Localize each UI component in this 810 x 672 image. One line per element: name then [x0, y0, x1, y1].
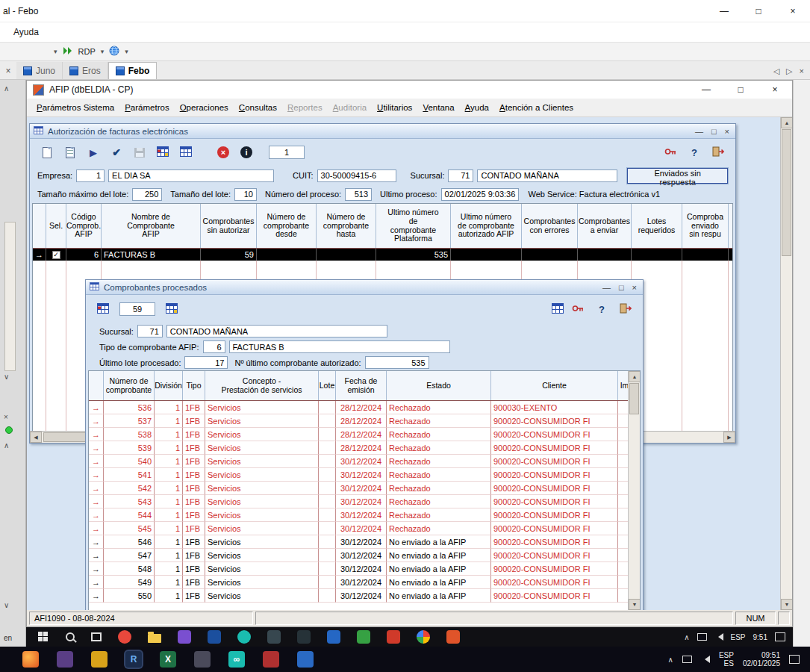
tab-nav-right-icon[interactable]: ▷	[786, 66, 792, 76]
proc-column-header[interactable]: Fecha de emisión	[336, 371, 387, 400]
auth-column-header[interactable]	[33, 204, 46, 248]
scroll-up-icon[interactable]: ▲	[629, 371, 641, 382]
minimize-button[interactable]: —	[695, 127, 703, 136]
menu-item[interactable]: Atención a Clientes	[494, 101, 579, 114]
ultimo-field[interactable]: 535	[365, 356, 429, 369]
exit-button[interactable]	[616, 300, 635, 318]
auth-column-header[interactable]: Código Comprob. AFIP	[66, 204, 102, 248]
proc-column-header[interactable]: Estado	[387, 371, 491, 400]
tamano-field[interactable]: 10	[234, 188, 257, 201]
proc-column-header[interactable]: Cliente	[491, 371, 618, 400]
proc-grid-row[interactable]: →54911FBServicios30/12/2024No enviado a …	[89, 576, 628, 589]
lote-field[interactable]: 17	[184, 356, 228, 369]
tab-nav-left-icon[interactable]: ◁	[773, 66, 779, 76]
volume-icon[interactable]	[714, 633, 723, 641]
validate-button[interactable]: ✔	[107, 143, 126, 161]
app-icon-navy[interactable]	[208, 630, 221, 644]
tamano-max-field[interactable]: 250	[132, 188, 162, 201]
file-explorer-icon[interactable]	[91, 651, 108, 668]
scroll-right-icon[interactable]: ▶	[723, 432, 735, 443]
menu-item[interactable]: Reportes	[282, 101, 328, 114]
scroll-up-icon[interactable]: ▲	[781, 117, 792, 128]
infinity-app-icon[interactable]: ∞	[228, 651, 245, 668]
tipo-code-field[interactable]: 6	[203, 340, 225, 353]
grid-view-button[interactable]	[162, 300, 181, 318]
autorizacion-titlebar[interactable]: Autorización de facturas electrónicas — …	[30, 124, 735, 139]
globe-icon[interactable]	[109, 46, 119, 57]
app-icon-slate[interactable]	[267, 630, 281, 644]
scroll-down-icon[interactable]: ∨	[4, 373, 9, 381]
maximize-button[interactable]: □	[711, 127, 717, 136]
empresa-code-field[interactable]: 1	[76, 169, 105, 182]
cancel-button[interactable]: ×	[214, 143, 233, 161]
sucursal-code-field[interactable]: 71	[137, 325, 163, 337]
proc-grid-row[interactable]: →54711FBServicios30/12/2024No enviado a …	[89, 549, 628, 562]
access-key-button[interactable]	[661, 143, 680, 161]
notification-icon[interactable]	[789, 655, 800, 664]
language-indicator[interactable]: ESP ES	[719, 651, 734, 668]
sucursal-code-field[interactable]: 71	[448, 169, 473, 182]
action-center-icon[interactable]	[775, 632, 785, 641]
menu-item[interactable]: Utilitarios	[372, 101, 417, 114]
proc-grid-row[interactable]: →53611FBServicios28/12/2024Rechazado9000…	[89, 401, 628, 414]
exit-button[interactable]	[708, 143, 728, 161]
export-grid-button[interactable]	[93, 300, 113, 318]
rdp-manager-icon[interactable]: R	[125, 651, 142, 668]
proc-grid-row[interactable]: →54611FBServicios30/12/2024No enviado a …	[89, 535, 628, 549]
save-button[interactable]	[130, 143, 149, 161]
proc-column-header[interactable]: Lote	[319, 371, 336, 400]
maximize-button[interactable]: □	[619, 283, 624, 292]
auth-column-header[interactable]: Ultimo número de comprobante Plataforma	[376, 204, 451, 248]
excel-icon[interactable]: X	[160, 651, 176, 668]
new-document-button[interactable]	[37, 143, 57, 161]
tray-expand-icon[interactable]: ∧	[668, 656, 673, 664]
menu-item[interactable]: Operaciones	[175, 101, 234, 114]
proc-grid-row[interactable]: →54511FBServicios30/12/2024Rechazado9000…	[89, 522, 628, 535]
tab-eros[interactable]: Eros	[63, 62, 108, 79]
auth-column-header[interactable]: Número de comprobante hasta	[317, 204, 376, 248]
task-view-icon[interactable]	[91, 632, 102, 641]
export-grid-button[interactable]	[176, 143, 196, 161]
afip-maximize-button[interactable]: □	[723, 81, 758, 99]
proc-column-header[interactable]: División	[155, 371, 183, 400]
scroll-thumb[interactable]	[629, 383, 639, 414]
firefox-icon[interactable]	[22, 651, 39, 668]
edge-icon[interactable]	[327, 630, 340, 644]
app-icon-orange[interactable]	[446, 630, 460, 644]
app-icon-purple[interactable]	[178, 630, 191, 644]
record-counter-field[interactable]: 59	[119, 302, 155, 316]
auth-column-header[interactable]: Número de comprobante desde	[257, 204, 317, 248]
chrome-icon[interactable]	[417, 630, 430, 644]
auth-selected-row[interactable]: →✓6FACTURAS B59535	[33, 249, 732, 261]
chat-app-icon[interactable]	[237, 630, 251, 644]
outer-maximize-button[interactable]: □	[741, 0, 776, 22]
proc-column-header[interactable]: Concepto - Prestación de servicios	[205, 371, 319, 400]
scroll-down-icon[interactable]: ∨	[4, 601, 9, 609]
rdp-dropdown-icon[interactable]: ▾	[101, 48, 105, 55]
rdp-run-icon[interactable]	[63, 46, 73, 57]
auth-column-header[interactable]: Sel.	[46, 204, 66, 248]
browser-icon[interactable]	[118, 630, 131, 644]
proc-grid-row[interactable]: →55011FBServicios30/12/2024No enviado a …	[89, 589, 628, 603]
pdf-icon[interactable]	[387, 630, 400, 644]
tray-expand-icon[interactable]: ∧	[684, 633, 689, 641]
close-button[interactable]: ×	[632, 283, 637, 292]
grid-view-button[interactable]	[153, 143, 172, 161]
clock[interactable]: 9:51	[753, 633, 767, 641]
scroll-up-icon[interactable]: ∧	[4, 441, 9, 449]
auth-column-header[interactable]: Ultimo número de comprobante autorizado …	[451, 204, 522, 248]
start-button[interactable]	[38, 632, 49, 643]
tab-febo[interactable]: Febo	[108, 62, 158, 79]
menu-item[interactable]: Consultas	[234, 101, 282, 114]
proc-grid-row[interactable]: →54811FBServicios30/12/2024No enviado a …	[89, 562, 628, 576]
table-button[interactable]	[552, 303, 564, 315]
file-explorer-icon[interactable]	[148, 634, 161, 643]
auth-column-header[interactable]: Lotes requeridos	[632, 204, 682, 248]
empresa-name-field[interactable]: EL DIA SA	[108, 169, 274, 182]
proc-grid-row[interactable]: →54211FBServicios30/12/2024Rechazado9000…	[89, 482, 628, 495]
clock[interactable]: 09:51 02/01/2025	[743, 651, 780, 668]
auth-column-header[interactable]: Comprobantes sin autorizar	[201, 204, 257, 248]
scroll-down-icon[interactable]: ▼	[781, 599, 792, 610]
menu-ayuda[interactable]: Ayuda	[6, 27, 46, 37]
proc-column-header[interactable]: Im	[618, 371, 628, 400]
